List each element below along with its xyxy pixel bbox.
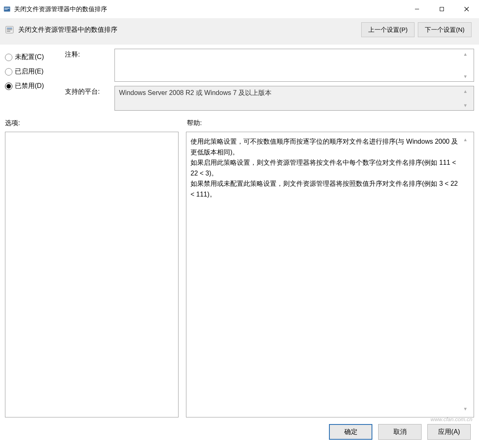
- policy-icon: [5, 25, 14, 34]
- panels-row: 使用此策略设置，可不按数值顺序而按逐字位的顺序对文件名进行排序(与 Window…: [0, 130, 479, 417]
- maximize-button[interactable]: [429, 0, 454, 18]
- help-label: 帮助:: [187, 119, 474, 128]
- supported-textbox: Windows Server 2008 R2 或 Windows 7 及以上版本: [114, 86, 474, 111]
- help-text: 使用此策略设置，可不按数值顺序而按逐字位的顺序对文件名进行排序(与 Window…: [191, 136, 461, 413]
- policy-editor-window: 关闭文件资源管理器中的数值排序 关闭文件资源管理器中的数值排序 上一个设置(P)…: [0, 0, 479, 448]
- previous-setting-button[interactable]: 上一个设置(P): [361, 22, 415, 37]
- ok-button[interactable]: 确定: [329, 424, 372, 440]
- svg-rect-9: [7, 29, 12, 30]
- radio-not-configured[interactable]: 未配置(C): [5, 53, 65, 62]
- scroll-down-icon[interactable]: [463, 103, 468, 108]
- radio-disabled-label: 已禁用(D): [15, 82, 44, 90]
- app-icon: [3, 5, 11, 13]
- radio-enabled-input[interactable]: [5, 68, 12, 76]
- state-radio-group: 未配置(C) 已启用(E) 已禁用(D): [5, 49, 65, 111]
- cancel-button[interactable]: 取消: [378, 424, 422, 440]
- help-panel: 使用此策略设置，可不按数值顺序而按逐字位的顺序对文件名进行排序(与 Window…: [186, 132, 474, 417]
- scroll-up-icon[interactable]: [463, 136, 468, 144]
- svg-rect-8: [7, 28, 12, 28]
- header-band: 关闭文件资源管理器中的数值排序 上一个设置(P) 下一个设置(N): [0, 18, 479, 45]
- scroll-down-icon[interactable]: [463, 405, 468, 413]
- radio-enabled-label: 已启用(E): [15, 67, 43, 76]
- supported-value: Windows Server 2008 R2 或 Windows 7 及以上版本: [119, 89, 461, 108]
- radio-disabled[interactable]: 已禁用(D): [5, 82, 65, 90]
- header-title: 关闭文件资源管理器中的数值排序: [18, 26, 361, 34]
- svg-rect-10: [7, 31, 10, 32]
- next-setting-button[interactable]: 下一个设置(N): [418, 22, 472, 37]
- caption-buttons: [405, 0, 479, 18]
- radio-not-configured-input[interactable]: [5, 54, 12, 61]
- supported-label: 支持的平台:: [65, 86, 114, 111]
- scroll-up-icon[interactable]: [463, 52, 468, 57]
- comment-label: 注释:: [65, 49, 114, 82]
- svg-rect-1: [5, 8, 10, 9]
- svg-rect-4: [440, 7, 444, 11]
- radio-disabled-input[interactable]: [5, 83, 12, 90]
- titlebar: 关闭文件资源管理器中的数值排序: [0, 0, 479, 18]
- radio-not-configured-label: 未配置(C): [15, 53, 44, 62]
- config-row: 未配置(C) 已启用(E) 已禁用(D) 注释: 支持的平台:: [0, 45, 479, 115]
- window-title: 关闭文件资源管理器中的数值排序: [14, 5, 405, 13]
- radio-enabled[interactable]: 已启用(E): [5, 67, 65, 76]
- minimize-button[interactable]: [405, 0, 429, 18]
- options-label: 选项:: [5, 119, 179, 128]
- svg-rect-2: [5, 9, 8, 10]
- section-labels: 选项: 帮助:: [0, 115, 479, 130]
- close-button[interactable]: [454, 0, 479, 18]
- comment-textbox[interactable]: [114, 49, 474, 82]
- scroll-down-icon[interactable]: [463, 74, 468, 79]
- scroll-up-icon[interactable]: [463, 89, 468, 94]
- options-panel: [5, 132, 179, 417]
- apply-button[interactable]: 应用(A): [427, 424, 471, 440]
- footer-buttons: 确定 取消 应用(A): [0, 417, 479, 448]
- comment-value: [119, 52, 461, 79]
